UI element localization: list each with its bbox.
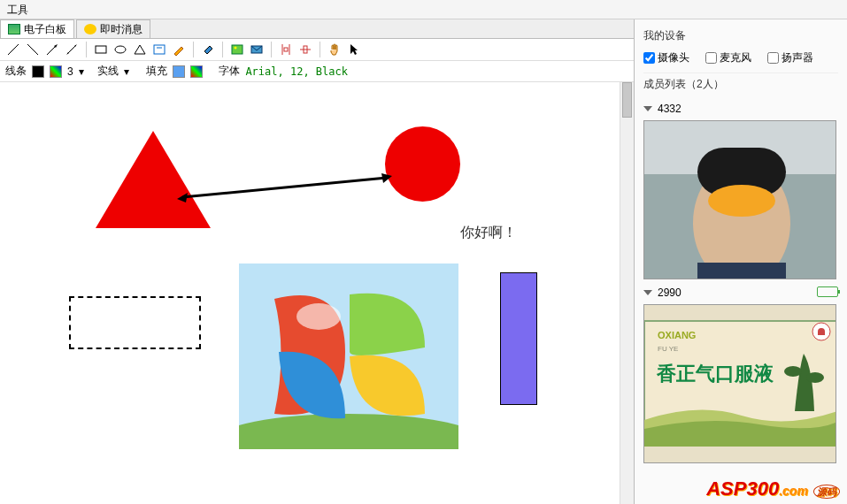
- vertical-scrollbar[interactable]: [620, 82, 634, 504]
- member-toggle[interactable]: 4332: [643, 101, 838, 117]
- separator: [271, 42, 272, 57]
- tab-im-label: 即时消息: [100, 22, 142, 37]
- chevron-down-icon: [643, 290, 652, 295]
- embedded-image[interactable]: [239, 263, 458, 449]
- member-item: 2990 OXIANG FU YE 香正气口服液: [643, 285, 838, 463]
- svg-point-13: [235, 47, 237, 50]
- fill-color-swatch[interactable]: [173, 65, 185, 78]
- tab-bar: 电子白板 即时消息: [0, 19, 634, 39]
- svg-marker-23: [381, 173, 392, 183]
- font-value[interactable]: Arial, 12, Black: [245, 65, 348, 78]
- svg-point-38: [784, 366, 802, 377]
- whiteboard-canvas[interactable]: 你好啊！: [0, 82, 634, 504]
- ellipse-tool-icon[interactable]: [112, 42, 128, 57]
- member-id: 2990: [658, 286, 681, 299]
- svg-marker-20: [350, 44, 358, 55]
- hand-tool-icon[interactable]: [327, 42, 343, 57]
- chat-icon: [84, 24, 96, 34]
- line-width-value[interactable]: 3: [67, 65, 73, 78]
- menu-tools[interactable]: 工具: [7, 4, 28, 16]
- line-color-picker-icon[interactable]: [50, 65, 62, 78]
- svg-point-31: [708, 185, 775, 217]
- member-video[interactable]: [643, 120, 836, 279]
- arrow-tool-icon[interactable]: [44, 42, 60, 57]
- svg-point-39: [806, 372, 824, 383]
- triangle-tool-icon[interactable]: [132, 42, 148, 57]
- font-label: 字体: [219, 64, 240, 79]
- canvas-area: 你好啊！: [0, 82, 634, 504]
- member-list-title: 成员列表（2人）: [643, 73, 838, 95]
- fill-color-picker-icon[interactable]: [190, 65, 203, 78]
- chevron-down-icon: [643, 106, 652, 111]
- mail-tool-icon[interactable]: [249, 42, 265, 57]
- darrow-tool-icon[interactable]: [64, 42, 80, 57]
- svg-text:香正气口服液: 香正气口服液: [656, 363, 774, 385]
- svg-line-21: [182, 178, 387, 197]
- separator: [86, 42, 87, 57]
- image-tool-icon[interactable]: [229, 42, 245, 57]
- svg-text:OXIANG: OXIANG: [658, 330, 696, 340]
- menubar: 工具: [0, 0, 847, 19]
- main-split: 电子白板 即时消息: [0, 19, 847, 504]
- svg-line-2: [47, 46, 56, 55]
- shape-dashed-rect[interactable]: [69, 296, 201, 349]
- line-tool-icon[interactable]: [5, 42, 21, 57]
- mic-checkbox[interactable]: 麦克风: [705, 50, 751, 65]
- member-toggle[interactable]: 2990: [643, 285, 838, 301]
- shape-circle[interactable]: [385, 126, 460, 202]
- fill-tool-icon[interactable]: [200, 42, 216, 57]
- member-video[interactable]: OXIANG FU YE 香正气口服液: [643, 304, 836, 463]
- separator: [222, 42, 223, 57]
- fill-label: 填充: [146, 64, 167, 79]
- tab-im[interactable]: 即时消息: [76, 19, 150, 38]
- cursor-tool-icon[interactable]: [346, 42, 362, 57]
- left-panel: 电子白板 即时消息: [0, 19, 635, 504]
- style-toolbar: 线条 3 ▾ 实线 ▾ 填充 字体 Arial, 12, Black: [0, 61, 634, 82]
- svg-point-26: [296, 303, 341, 330]
- distribute-tool-icon[interactable]: [297, 42, 313, 57]
- speaker-checkbox[interactable]: 扬声器: [767, 50, 813, 65]
- separator: [320, 42, 320, 57]
- right-panel: 我的设备 摄像头 麦克风 扬声器 成员列表（2人） 4332: [635, 19, 847, 504]
- svg-text:FU YE: FU YE: [658, 345, 678, 353]
- line-style-label[interactable]: 实线: [97, 64, 119, 79]
- line-color-swatch[interactable]: [32, 65, 44, 78]
- my-devices-title: 我的设备: [643, 25, 838, 47]
- camera-checkbox[interactable]: 摄像头: [643, 50, 689, 65]
- svg-rect-7: [96, 46, 106, 53]
- tab-whiteboard[interactable]: 电子白板: [0, 19, 74, 38]
- svg-marker-9: [135, 45, 145, 54]
- svg-line-1: [27, 44, 38, 55]
- svg-point-25: [239, 414, 458, 449]
- dropdown-icon[interactable]: ▾: [79, 65, 84, 78]
- member-id: 4332: [658, 103, 681, 115]
- svg-line-0: [8, 44, 19, 55]
- svg-rect-17: [284, 48, 288, 51]
- shape-toolbar: [0, 39, 634, 61]
- whiteboard-icon: [8, 24, 20, 34]
- pen-tool-icon[interactable]: [171, 42, 187, 57]
- shape-purple-rect[interactable]: [500, 272, 537, 405]
- tab-whiteboard-label: 电子白板: [24, 22, 66, 37]
- svg-rect-32: [697, 263, 786, 279]
- rect-tool-icon[interactable]: [93, 42, 109, 57]
- text-greeting[interactable]: 你好啊！: [460, 224, 517, 242]
- line-label: 线条: [5, 64, 27, 79]
- separator: [193, 42, 194, 57]
- battery-icon: [817, 286, 838, 297]
- svg-rect-10: [154, 45, 165, 54]
- text-tool-icon[interactable]: [151, 42, 167, 57]
- line2-tool-icon[interactable]: [25, 42, 41, 57]
- align-tool-icon[interactable]: [278, 42, 294, 57]
- svg-rect-12: [232, 45, 243, 54]
- svg-marker-22: [177, 193, 188, 202]
- dropdown-icon[interactable]: ▾: [124, 65, 129, 78]
- device-options: 摄像头 麦克风 扬声器: [643, 47, 838, 73]
- site-logo: ASP300.com 源码: [706, 477, 840, 500]
- shape-arrow[interactable]: [177, 171, 394, 206]
- member-item: 4332: [643, 101, 838, 279]
- svg-point-8: [115, 46, 126, 53]
